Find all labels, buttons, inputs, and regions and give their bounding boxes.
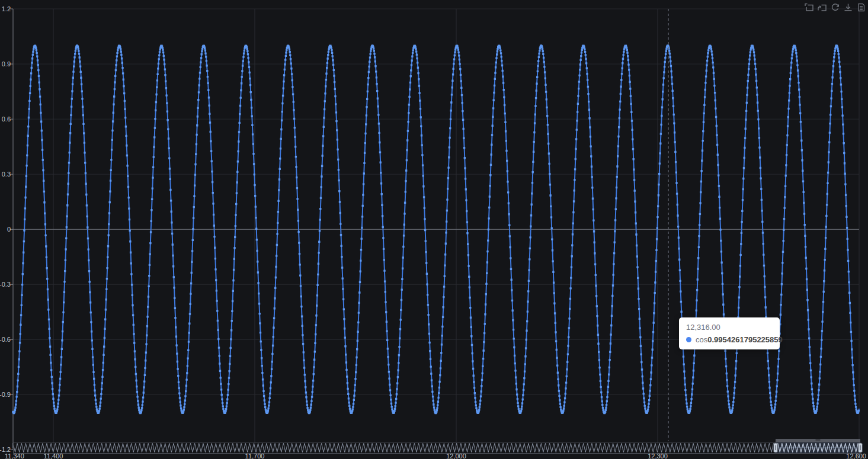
chart-stage: 1.20.90.60.30-0.3-0.6-0.9-1.2 11,34011,4… [0,0,868,459]
series-color-dot-icon [686,337,691,342]
toolbox [804,2,866,12]
tooltip-x-value: 12,316.00 [686,322,773,332]
tooltip: 12,316.00 cos 0.9954261795225859 [679,317,780,349]
data-zoom-icon[interactable] [804,2,814,12]
tooltip-series-value: 0.9954261795225859 [707,335,783,344]
restore-icon[interactable] [830,2,840,12]
datazoom-shadow-wave [13,444,860,452]
data-view-icon[interactable] [856,2,866,12]
datazoom-slider[interactable] [0,0,868,459]
datazoom-slider-body[interactable] [13,439,863,454]
datazoom-move-handle[interactable] [776,439,860,442]
tooltip-series-name: cos [696,335,707,344]
zoom-reset-icon[interactable] [817,2,827,12]
tooltip-series-row: cos 0.9954261795225859 [686,335,773,344]
save-image-icon[interactable] [843,2,853,12]
